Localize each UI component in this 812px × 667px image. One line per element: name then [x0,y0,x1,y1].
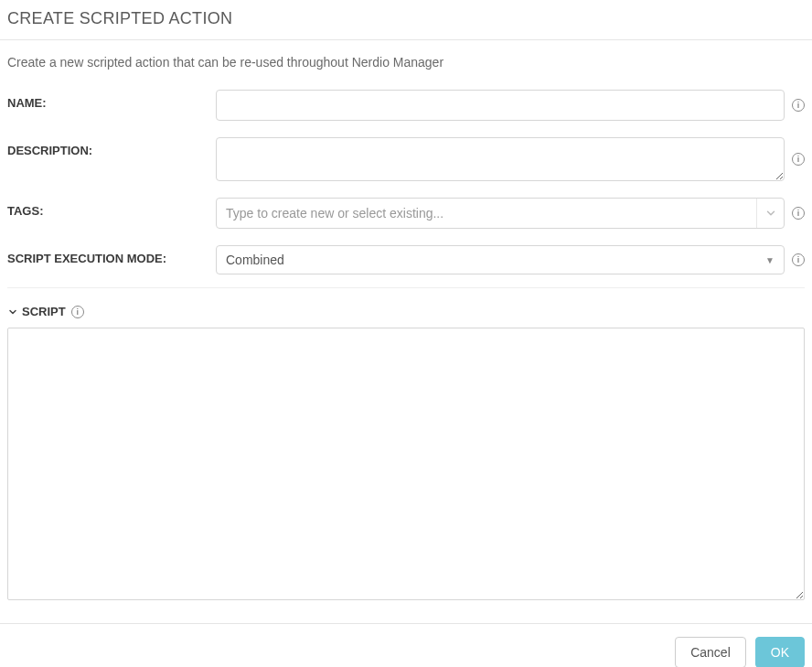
script-section-toggle[interactable]: SCRIPT i [7,305,805,318]
description-label: DESCRIPTION: [7,137,216,157]
row-description: DESCRIPTION: i [7,137,805,181]
description-input[interactable] [216,137,785,181]
divider [7,287,805,288]
tags-control-wrap: Type to create new or select existing...… [216,198,805,229]
tags-label: TAGS: [7,198,216,218]
caret-down-icon: ▼ [765,255,775,265]
dialog-content: Create a new scripted action that can be… [0,40,812,603]
dialog-footer: Cancel OK [0,623,812,667]
cancel-button[interactable]: Cancel [675,637,746,667]
name-input[interactable] [216,90,785,121]
ok-button[interactable]: OK [755,637,805,667]
row-name: NAME: i [7,90,805,121]
row-exec-mode: SCRIPT EXECUTION MODE: Combined ▼ i [7,245,805,274]
description-control-wrap: i [216,137,805,181]
chevron-down-icon [7,307,18,317]
name-label: NAME: [7,90,216,110]
chevron-down-icon[interactable] [756,199,784,228]
row-tags: TAGS: Type to create new or select exist… [7,198,805,229]
exec-mode-value: Combined [226,253,284,267]
tags-select[interactable]: Type to create new or select existing... [216,198,785,229]
tags-placeholder: Type to create new or select existing... [226,206,756,221]
dialog-title: CREATE SCRIPTED ACTION [7,9,805,28]
name-control-wrap: i [216,90,805,121]
script-section-label: SCRIPT [22,305,66,318]
dialog-subtitle: Create a new scripted action that can be… [7,55,805,70]
exec-mode-label: SCRIPT EXECUTION MODE: [7,245,216,265]
info-icon[interactable]: i [792,207,805,220]
exec-mode-select[interactable]: Combined ▼ [216,245,785,274]
dialog-header: CREATE SCRIPTED ACTION [0,0,812,40]
info-icon[interactable]: i [792,99,805,112]
info-icon[interactable]: i [792,153,805,166]
script-input[interactable] [7,328,805,600]
info-icon[interactable]: i [71,306,84,318]
exec-mode-control-wrap: Combined ▼ i [216,245,805,274]
info-icon[interactable]: i [792,253,805,266]
